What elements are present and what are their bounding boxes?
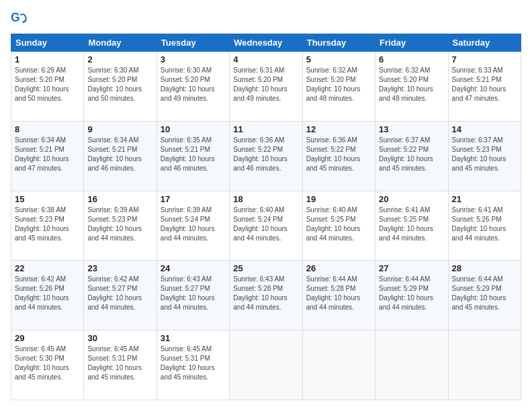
logo: G	[11, 11, 30, 27]
calendar-week-5: 29Sunrise: 6:45 AMSunset: 5:30 PMDayligh…	[11, 330, 521, 400]
day-info: Sunrise: 6:44 AMSunset: 5:29 PMDaylight:…	[452, 275, 517, 312]
calendar-cell: 10Sunrise: 6:35 AMSunset: 5:21 PMDayligh…	[157, 121, 229, 191]
day-info: Sunrise: 6:33 AMSunset: 5:21 PMDaylight:…	[452, 66, 517, 103]
calendar-cell: 26Sunrise: 6:44 AMSunset: 5:28 PMDayligh…	[302, 261, 375, 330]
day-number: 14	[452, 124, 517, 134]
day-number: 27	[379, 263, 444, 273]
calendar-cell: 1Sunrise: 6:29 AMSunset: 5:20 PMDaylight…	[11, 52, 84, 122]
day-number: 11	[233, 124, 298, 134]
calendar-week-1: 1Sunrise: 6:29 AMSunset: 5:20 PMDaylight…	[11, 52, 521, 122]
calendar-cell	[375, 330, 448, 400]
day-number: 16	[87, 194, 152, 204]
day-info: Sunrise: 6:32 AMSunset: 5:20 PMDaylight:…	[379, 66, 444, 103]
day-number: 29	[15, 333, 80, 343]
day-info: Sunrise: 6:30 AMSunset: 5:20 PMDaylight:…	[87, 66, 152, 103]
day-number: 22	[15, 263, 80, 273]
calendar-cell: 23Sunrise: 6:42 AMSunset: 5:27 PMDayligh…	[84, 261, 157, 330]
calendar-cell	[230, 330, 302, 400]
day-info: Sunrise: 6:29 AMSunset: 5:20 PMDaylight:…	[15, 66, 80, 103]
calendar-cell: 25Sunrise: 6:43 AMSunset: 5:28 PMDayligh…	[230, 261, 302, 330]
calendar-table: SundayMondayTuesdayWednesdayThursdayFrid…	[11, 34, 521, 400]
day-info: Sunrise: 6:45 AMSunset: 5:31 PMDaylight:…	[161, 345, 226, 382]
day-info: Sunrise: 6:42 AMSunset: 5:26 PMDaylight:…	[15, 275, 80, 312]
calendar-cell: 17Sunrise: 6:39 AMSunset: 5:24 PMDayligh…	[157, 191, 229, 261]
calendar-cell: 14Sunrise: 6:37 AMSunset: 5:23 PMDayligh…	[448, 121, 521, 191]
day-info: Sunrise: 6:41 AMSunset: 5:25 PMDaylight:…	[379, 205, 444, 243]
day-info: Sunrise: 6:39 AMSunset: 5:23 PMDaylight:…	[87, 205, 152, 243]
day-number: 6	[379, 54, 444, 64]
day-info: Sunrise: 6:31 AMSunset: 5:20 PMDaylight:…	[233, 66, 298, 103]
calendar-cell: 28Sunrise: 6:44 AMSunset: 5:29 PMDayligh…	[448, 261, 521, 330]
weekday-header-sunday: Sunday	[11, 34, 84, 52]
weekday-header-wednesday: Wednesday	[230, 34, 302, 52]
calendar-cell: 4Sunrise: 6:31 AMSunset: 5:20 PMDaylight…	[230, 52, 302, 122]
svg-text:G: G	[11, 11, 20, 24]
day-number: 26	[306, 263, 371, 273]
day-number: 5	[306, 54, 371, 64]
day-number: 30	[87, 333, 152, 343]
generalblue-logo-icon: G	[11, 11, 27, 27]
calendar-week-3: 15Sunrise: 6:38 AMSunset: 5:23 PMDayligh…	[11, 191, 521, 261]
header: G	[11, 11, 521, 27]
day-info: Sunrise: 6:30 AMSunset: 5:20 PMDaylight:…	[161, 66, 226, 103]
day-number: 25	[233, 263, 298, 273]
calendar-cell: 18Sunrise: 6:40 AMSunset: 5:24 PMDayligh…	[230, 191, 302, 261]
page: G SundayMondayTuesdayWednesdayThursdayFr…	[0, 0, 532, 411]
day-info: Sunrise: 6:36 AMSunset: 5:22 PMDaylight:…	[306, 136, 371, 173]
calendar-cell: 19Sunrise: 6:40 AMSunset: 5:25 PMDayligh…	[302, 191, 375, 261]
day-number: 19	[306, 194, 371, 204]
day-number: 1	[15, 54, 80, 64]
weekday-header-row: SundayMondayTuesdayWednesdayThursdayFrid…	[11, 34, 521, 52]
calendar-cell: 2Sunrise: 6:30 AMSunset: 5:20 PMDaylight…	[84, 52, 157, 122]
calendar-cell	[302, 330, 375, 400]
calendar-week-4: 22Sunrise: 6:42 AMSunset: 5:26 PMDayligh…	[11, 261, 521, 330]
calendar-week-2: 8Sunrise: 6:34 AMSunset: 5:21 PMDaylight…	[11, 121, 521, 191]
day-info: Sunrise: 6:43 AMSunset: 5:27 PMDaylight:…	[161, 275, 226, 312]
calendar-cell: 22Sunrise: 6:42 AMSunset: 5:26 PMDayligh…	[11, 261, 84, 330]
day-info: Sunrise: 6:40 AMSunset: 5:25 PMDaylight:…	[306, 205, 371, 243]
calendar-cell: 3Sunrise: 6:30 AMSunset: 5:20 PMDaylight…	[157, 52, 229, 122]
day-number: 24	[161, 263, 226, 273]
day-number: 10	[161, 124, 226, 134]
day-number: 3	[161, 54, 226, 64]
day-info: Sunrise: 6:37 AMSunset: 5:22 PMDaylight:…	[379, 136, 444, 173]
calendar-cell	[448, 330, 521, 400]
day-number: 17	[161, 194, 226, 204]
day-info: Sunrise: 6:35 AMSunset: 5:21 PMDaylight:…	[161, 136, 226, 173]
calendar-cell: 20Sunrise: 6:41 AMSunset: 5:25 PMDayligh…	[375, 191, 448, 261]
day-info: Sunrise: 6:32 AMSunset: 5:20 PMDaylight:…	[306, 66, 371, 103]
weekday-header-tuesday: Tuesday	[157, 34, 229, 52]
day-info: Sunrise: 6:39 AMSunset: 5:24 PMDaylight:…	[161, 205, 226, 243]
day-number: 2	[87, 54, 152, 64]
day-number: 20	[379, 194, 444, 204]
day-number: 7	[452, 54, 517, 64]
day-number: 31	[161, 333, 226, 343]
day-info: Sunrise: 6:45 AMSunset: 5:30 PMDaylight:…	[15, 345, 80, 382]
calendar-cell: 7Sunrise: 6:33 AMSunset: 5:21 PMDaylight…	[448, 52, 521, 122]
weekday-header-friday: Friday	[375, 34, 448, 52]
calendar-cell: 24Sunrise: 6:43 AMSunset: 5:27 PMDayligh…	[157, 261, 229, 330]
calendar-cell: 21Sunrise: 6:41 AMSunset: 5:26 PMDayligh…	[448, 191, 521, 261]
day-number: 9	[87, 124, 152, 134]
day-info: Sunrise: 6:40 AMSunset: 5:24 PMDaylight:…	[233, 205, 298, 243]
calendar-cell: 27Sunrise: 6:44 AMSunset: 5:29 PMDayligh…	[375, 261, 448, 330]
day-number: 12	[306, 124, 371, 134]
day-info: Sunrise: 6:44 AMSunset: 5:28 PMDaylight:…	[306, 275, 371, 312]
calendar-cell: 6Sunrise: 6:32 AMSunset: 5:20 PMDaylight…	[375, 52, 448, 122]
calendar-cell: 11Sunrise: 6:36 AMSunset: 5:22 PMDayligh…	[230, 121, 302, 191]
day-number: 21	[452, 194, 517, 204]
calendar-cell: 9Sunrise: 6:34 AMSunset: 5:21 PMDaylight…	[84, 121, 157, 191]
day-number: 13	[379, 124, 444, 134]
calendar-cell: 31Sunrise: 6:45 AMSunset: 5:31 PMDayligh…	[157, 330, 229, 400]
day-info: Sunrise: 6:42 AMSunset: 5:27 PMDaylight:…	[87, 275, 152, 312]
day-info: Sunrise: 6:37 AMSunset: 5:23 PMDaylight:…	[452, 136, 517, 173]
day-info: Sunrise: 6:43 AMSunset: 5:28 PMDaylight:…	[233, 275, 298, 312]
calendar-cell: 16Sunrise: 6:39 AMSunset: 5:23 PMDayligh…	[84, 191, 157, 261]
weekday-header-saturday: Saturday	[448, 34, 521, 52]
calendar-cell: 8Sunrise: 6:34 AMSunset: 5:21 PMDaylight…	[11, 121, 84, 191]
calendar-cell: 29Sunrise: 6:45 AMSunset: 5:30 PMDayligh…	[11, 330, 84, 400]
day-info: Sunrise: 6:34 AMSunset: 5:21 PMDaylight:…	[15, 136, 80, 173]
day-number: 23	[87, 263, 152, 273]
day-info: Sunrise: 6:38 AMSunset: 5:23 PMDaylight:…	[15, 205, 80, 243]
day-info: Sunrise: 6:36 AMSunset: 5:22 PMDaylight:…	[233, 136, 298, 173]
